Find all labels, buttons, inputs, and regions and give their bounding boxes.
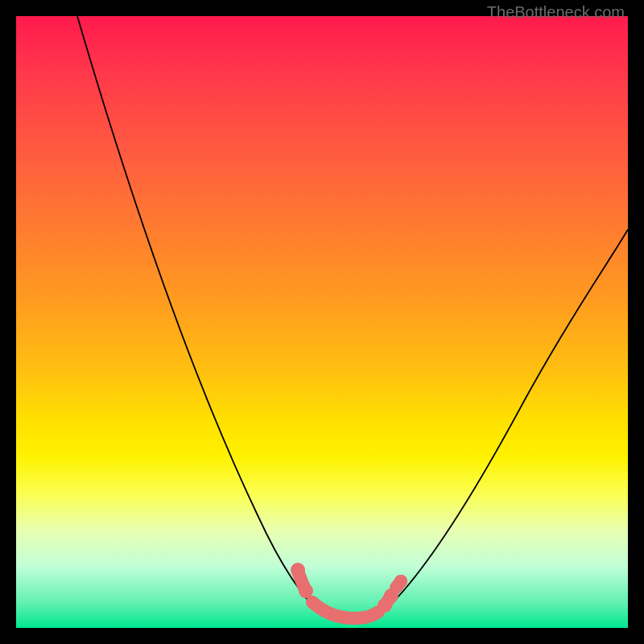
left-curve bbox=[77, 16, 322, 616]
worm-bead-2 bbox=[299, 584, 313, 598]
worm-bead-5 bbox=[394, 575, 407, 588]
right-curve bbox=[383, 229, 628, 612]
chart-svg bbox=[16, 16, 628, 628]
chart-frame bbox=[16, 16, 628, 628]
worm-bead-4 bbox=[384, 588, 398, 603]
worm-bead-1 bbox=[291, 563, 305, 577]
watermark-text: TheBottleneck.com bbox=[487, 3, 625, 22]
